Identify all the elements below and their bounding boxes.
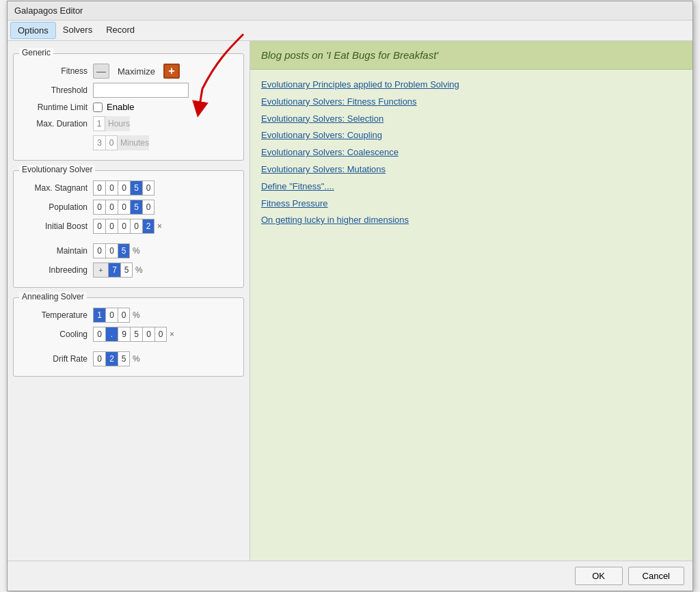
hours-digit: 1 [93,116,105,131]
mt-d2: 5 [118,243,130,258]
max-duration-label: Max. Duration [19,119,88,129]
cool-d2: 9 [118,327,130,342]
population-row: Population 0 0 0 5 0 [19,200,238,215]
cooling-label: Cooling [19,329,88,339]
runtime-enable-label: Enable [107,102,134,112]
right-panel: Blog posts on 'I Eat Bugs for Breakfast'… [250,41,692,561]
ms-d0: 0 [93,180,105,196]
minutes-spinbox: 3 0 Minutes [93,135,149,150]
blog-link-0[interactable]: Evolutionary Principles applied to Probl… [261,78,682,92]
max-stagnant-label: Max. Stagnant [19,183,88,193]
ib2-d1: 5 [120,263,133,278]
ib-d4: 2 [142,219,154,234]
ms-d1: 0 [105,180,118,196]
ib-d0: 0 [93,219,105,234]
ib2-d0: 7 [108,263,120,278]
blog-header: Blog posts on 'I Eat Bugs for Breakfast' [250,41,692,70]
main-window: Galapagos Editor Options Solvers Record … [7,1,693,591]
fitness-label: Fitness [19,66,88,76]
max-stagnant-spinbox: 0 0 0 5 0 [93,180,154,196]
drift-d0: 0 [93,351,105,366]
initial-boost-spinbox: 0 0 0 0 2 × [93,219,162,234]
temperature-spinbox: 1 0 0 % [93,308,140,323]
inbreeding-label: Inbreeding [19,265,88,275]
drift-label: Drift Rate [19,354,88,364]
pop-d0: 0 [93,200,105,215]
runtime-row: Runtime Limit Enable [19,102,238,112]
temperature-row: Temperature 1 0 0 % [19,308,238,323]
minutes-row: 3 0 Minutes [19,135,238,150]
blog-link-6[interactable]: Define "Fitness".... [261,180,682,194]
mt-d0: 0 [93,243,105,258]
blog-link-2[interactable]: Evolutionary Solvers: Selection [261,112,682,126]
annealing-title: Annealing Solver [19,292,87,301]
blog-section: Blog posts on 'I Eat Bugs for Breakfast'… [250,41,692,236]
window-title: Galapagos Editor [14,5,83,16]
generic-title: Generic [19,48,53,57]
evolutionary-group: Evolutionary Solver Max. Stagnant 0 0 0 … [13,170,244,288]
maintain-row: Maintain 0 0 5 % [19,243,238,258]
drift-spinbox: 0 2 5 % [93,351,140,366]
threshold-row: Threshold [19,83,238,98]
initial-boost-label: Initial Boost [19,221,88,231]
max-stagnant-row: Max. Stagnant 0 0 0 5 0 [19,180,238,196]
minutes-suffix: Minutes [120,138,149,148]
pop-d1: 0 [105,200,118,215]
runtime-enable-row: Enable [93,102,134,112]
runtime-checkbox[interactable] [93,103,103,112]
inbreeding-prefix: + [93,263,108,278]
threshold-input[interactable] [93,83,189,98]
threshold-label: Threshold [19,85,88,95]
maintain-spinbox: 0 0 5 % [93,243,140,258]
mt-d1: 0 [105,243,118,258]
blog-link-3[interactable]: Evolutionary Solvers: Coupling [261,129,682,143]
minutes-digit-3: 3 [93,135,105,150]
fitness-controls: — Maximize + [93,64,180,79]
generic-group: Generic Fitness — Maximize + [13,53,244,161]
blog-link-1[interactable]: Evolutionary Solvers: Fitness Functions [261,95,682,109]
fitness-value: Maximize [112,65,161,78]
blog-link-8[interactable]: On getting lucky in higher dimensions [261,213,682,228]
cancel-button[interactable]: Cancel [628,567,684,585]
fitness-minus-button[interactable]: — [93,64,109,79]
temp-d0: 1 [93,308,105,323]
ib-d3: 0 [130,219,142,234]
temperature-label: Temperature [19,310,88,320]
population-spinbox: 0 0 0 5 0 [93,200,154,215]
cool-dot: . [105,327,118,342]
ib-d1: 0 [105,219,118,234]
fitness-plus-button[interactable]: + [163,64,180,79]
menu-options[interactable]: Options [10,22,56,39]
temp-d2: 0 [118,308,130,323]
cooling-spinbox: 0 . 9 5 0 0 × [93,327,174,342]
initial-boost-row: Initial Boost 0 0 0 0 2 × [19,219,238,234]
drift-suffix: % [133,354,140,364]
inbreeding-row: Inbreeding + 7 5 % [19,263,238,278]
footer: OK Cancel [8,561,692,591]
content-area: Generic Fitness — Maximize + [8,41,692,561]
pop-d2: 0 [118,200,130,215]
blog-link-4[interactable]: Evolutionary Solvers: Coalescence [261,146,682,160]
pop-d4: 0 [142,200,154,215]
drift-d2: 5 [118,351,130,366]
menu-solvers[interactable]: Solvers [56,22,99,39]
ib-suffix: × [157,221,162,231]
blog-link-7[interactable]: Fitness Pressure [261,197,682,211]
blog-links-container: Evolutionary Principles applied to Probl… [250,70,692,236]
inbreeding-spinbox: + 7 5 % [93,263,143,278]
hours-spinbox: 1 Hours [93,116,130,131]
cool-d4: 0 [142,327,154,342]
minus-icon: — [96,66,106,77]
cooling-row: Cooling 0 . 9 5 0 0 × [19,327,238,342]
ms-d2: 0 [118,180,130,196]
menu-record[interactable]: Record [99,22,142,39]
hours-suffix: Hours [108,119,130,129]
maintain-suffix: % [133,246,140,256]
minutes-digit-0: 0 [105,135,118,150]
blog-link-5[interactable]: Evolutionary Solvers: Mutations [261,163,682,177]
temp-d1: 0 [105,308,118,323]
ok-button[interactable]: OK [575,567,623,585]
plus-icon: + [168,65,174,77]
ms-d3: 5 [130,180,142,196]
cool-d3: 5 [130,327,142,342]
